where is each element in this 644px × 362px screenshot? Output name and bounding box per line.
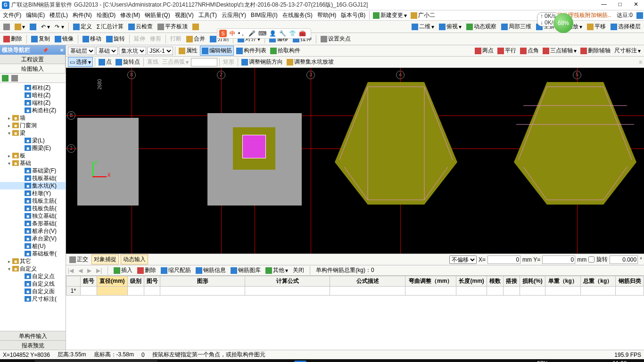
skin-icon[interactable]: 👕 [289,30,296,37]
cloud-check-button[interactable]: 云检查 [127,22,154,31]
tree-item[interactable]: ▸■其它 [0,257,66,265]
rotate-button[interactable]: 旋转 [105,34,126,43]
copy-button[interactable]: 复制 [30,34,51,43]
wrench-icon[interactable]: 🔧 [279,30,286,37]
rotate-input[interactable]: 0.000 [610,255,638,264]
point-angle-button[interactable]: 点角 [519,46,540,55]
select-tool-button[interactable]: ▭ 选择 ▾ [68,57,93,67]
col-header[interactable]: 图号 [144,276,160,287]
two-point-button[interactable]: 两点 [473,46,495,55]
tree-item[interactable]: ■构造柱(Z) [0,107,66,114]
tree-item[interactable]: ■桩(U) [0,242,66,250]
view-2d-button[interactable]: 二维 ▾ [410,22,436,31]
col-header[interactable] [66,276,81,287]
panel-close-icon[interactable]: ✕ [60,48,64,53]
redo-button[interactable]: ↷ ▾ [53,23,65,31]
tree-item[interactable]: ■承台梁(V) [0,235,66,242]
col-header[interactable]: 筋号 [81,276,97,287]
parallel-button[interactable]: 平行 [496,46,518,55]
tree-item[interactable]: ■梁(L) [0,137,66,144]
tree-item[interactable]: ■独立基础( [0,212,66,220]
menu-floor[interactable]: 楼层(L) [48,11,70,19]
x-input[interactable]: 0 [487,255,520,264]
new-change-button[interactable]: 新建变更 ▾ [372,11,408,20]
tree-item[interactable]: ▾■自定义 [0,265,66,272]
col-header[interactable]: 直径(mm) [97,276,127,287]
tree-item[interactable]: ▸■墙 [0,114,66,122]
delete-aux-button[interactable]: 删除辅轴 [579,46,612,55]
undo-button[interactable]: ↶ ▾ [40,23,51,31]
tree-item[interactable]: ■尺寸标注( [0,295,66,303]
col-header[interactable]: 根数 [487,276,504,287]
app-360se-icon[interactable]: ◐ [277,360,293,362]
merge-button[interactable]: 合并 [185,34,206,43]
single-member-button[interactable]: 单构件输入 [0,331,66,340]
new-file-button[interactable] [2,23,11,31]
menu-view[interactable]: 视图(V) [173,11,196,19]
nav-first[interactable]: |◀ [68,267,74,274]
nav-next[interactable]: ▶ [87,267,91,274]
keyboard-icon[interactable]: ⌨ [258,30,266,37]
plus-small-icon[interactable] [2,75,8,82]
pan-button[interactable]: 平移 [586,22,607,31]
menu-draw[interactable]: 绘图(D) [95,11,118,19]
insert-button[interactable]: 插入 [114,266,132,274]
minus-small-icon[interactable] [11,75,18,82]
menu-bim[interactable]: BIM应用(I) [249,11,280,19]
grip-button[interactable]: 设置夹点 [319,34,352,43]
menu-rebar[interactable]: 钢筋量(Q) [143,11,172,19]
browser-icon[interactable]: ○ [260,360,276,362]
menu-edit[interactable]: 编辑(E) [24,11,47,19]
ortho-toggle[interactable]: 正交 [68,255,90,264]
edit-rebar-button[interactable]: 编辑钢筋 [200,46,234,56]
y-input[interactable]: 0 [542,255,575,264]
rebar-info-button[interactable]: 钢筋信息 [196,266,226,274]
tree-item[interactable]: ■自定义点 [0,272,66,280]
menu-member[interactable]: 构件(N) [71,11,94,19]
rebar-lib-button[interactable]: 钢筋图库 [231,266,261,274]
open-button[interactable]: ▾ [13,23,26,31]
col-header[interactable]: 单重（kg） [545,276,580,287]
type-select[interactable]: 集水坑 [119,47,146,55]
osnap-toggle[interactable]: 对象捕捉 [91,255,119,264]
tree-item[interactable]: ■框柱(Z) [0,84,66,91]
dyn-input-toggle[interactable]: 动态输入 [121,255,148,264]
attr-button[interactable]: 属性 [177,46,199,55]
col-header[interactable]: 级别 [128,276,144,287]
menu-help[interactable]: 帮助(H) [315,11,339,19]
minimize-button[interactable]: — [598,1,610,9]
start-button[interactable] [2,360,17,362]
bell-icon[interactable] [636,12,643,19]
floor-select[interactable]: 基础层 [68,47,95,55]
tree-item[interactable]: ■条形基础( [0,220,66,227]
resize-grip-icon[interactable]: ≡ [639,59,642,66]
rotate-checkbox[interactable] [588,256,594,263]
col-header[interactable]: 弯曲调整（mm） [405,276,456,287]
rebar-dir-button[interactable]: 调整钢筋方向 [240,58,284,66]
edge-icon[interactable]: e [209,360,225,362]
col-header[interactable]: 总重（kg） [580,276,616,287]
maximize-button[interactable]: □ [614,1,626,9]
accel-ball[interactable]: 68% [553,13,573,33]
row-1-header[interactable]: 1* [66,287,81,296]
define-button[interactable]: 定义 [72,22,93,31]
mirror-button[interactable]: 镜像 [53,34,75,43]
user-button[interactable]: 广小二 [409,11,437,20]
taskbar-search[interactable]: 在这里输入你要搜索的内容 [35,360,157,362]
col-header[interactable]: 损耗(%) [520,276,545,287]
delete-button[interactable]: 删除 [2,34,24,43]
close-panel-button[interactable]: 关闭 [293,266,304,274]
report-preview-button[interactable]: 报表预览 [0,340,66,350]
col-header[interactable]: 公式描述 [330,276,405,287]
view-top-button[interactable]: 俯视 ▾ [438,22,463,31]
app-360-icon[interactable] [175,360,191,362]
tree-item[interactable]: ■筏板基础( [0,174,66,182]
break-button[interactable]: 打断 [169,34,183,43]
line-button[interactable]: 直线 [146,58,160,66]
nav-prev[interactable]: ◀ [78,267,83,274]
tree-item[interactable]: ▾■梁 [0,129,66,137]
tree-item[interactable]: ▾■基础 [0,159,66,167]
orbit-button[interactable]: 动态观察 [465,22,498,31]
tree-item[interactable]: ■自定义线 [0,280,66,288]
sump-slope-button[interactable]: 调整集水坑放坡 [285,58,335,66]
